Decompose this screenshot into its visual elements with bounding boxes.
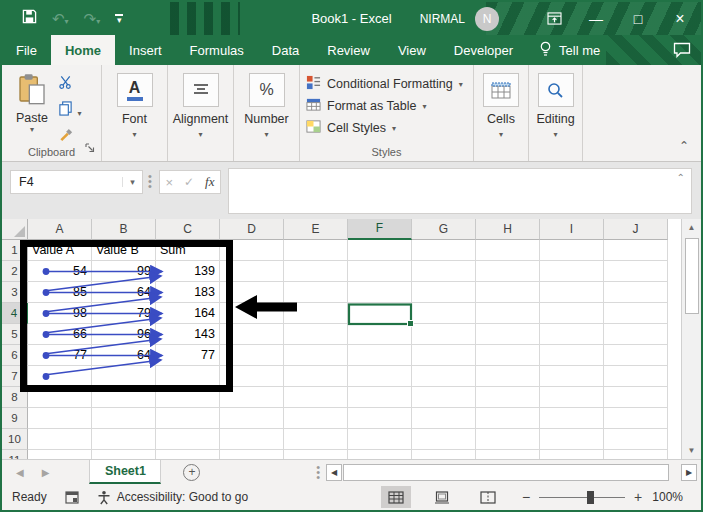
horizontal-scrollbar[interactable]: ◀ ▶ (326, 460, 701, 484)
ribbon-display-options-icon[interactable] (533, 2, 575, 35)
row-header-10[interactable]: 10 (2, 429, 28, 450)
cell-B4[interactable]: 79 (92, 303, 156, 324)
zoom-in-icon[interactable]: + (631, 489, 645, 505)
scroll-up-icon[interactable]: ▲ (682, 219, 701, 236)
column-header-G[interactable]: G (412, 219, 476, 240)
customize-quick-access-icon[interactable]: ▾ (115, 14, 123, 23)
cell[interactable] (220, 282, 284, 303)
cell-A4[interactable]: 98 (28, 303, 92, 324)
cell[interactable] (412, 387, 476, 408)
cell[interactable] (412, 282, 476, 303)
format-painter-icon[interactable] (58, 127, 81, 146)
cell[interactable] (540, 450, 604, 459)
cell-B5[interactable]: 96 (92, 324, 156, 345)
tabbar-resize-handle[interactable]: ••• (316, 465, 320, 480)
cell[interactable] (220, 366, 284, 387)
cell[interactable] (540, 366, 604, 387)
cell[interactable] (476, 366, 540, 387)
row-header-2[interactable]: 2 (2, 261, 28, 282)
cell[interactable] (348, 345, 412, 366)
horizontal-scroll-thumb[interactable] (343, 464, 669, 481)
undo-icon[interactable]: ↶▾ (52, 10, 69, 28)
cells-group[interactable]: Cells ▾ (474, 65, 529, 161)
row-header-11[interactable]: 11 (2, 450, 28, 459)
cell[interactable] (540, 282, 604, 303)
cell[interactable] (348, 261, 412, 282)
cell[interactable] (412, 345, 476, 366)
cell[interactable] (604, 366, 668, 387)
cell[interactable] (220, 303, 284, 324)
cell[interactable] (604, 261, 668, 282)
insert-function-icon[interactable]: fx (205, 174, 214, 190)
tab-view[interactable]: View (384, 35, 440, 65)
cell-B1[interactable]: Value B (92, 240, 156, 261)
cell-F4-selected[interactable] (348, 303, 412, 324)
cell-A6[interactable]: 77 (28, 345, 92, 366)
cell[interactable] (220, 408, 284, 429)
cell[interactable] (348, 366, 412, 387)
conditional-formatting-button[interactable]: Conditional Formatting ▾ (306, 73, 473, 95)
cell[interactable] (284, 261, 348, 282)
collapse-ribbon-icon[interactable]: ⌃ (679, 139, 689, 153)
cell[interactable] (604, 324, 668, 345)
cell-A5[interactable]: 66 (28, 324, 92, 345)
cell[interactable] (348, 282, 412, 303)
tab-file[interactable]: File (2, 35, 51, 65)
column-header-J[interactable]: J (604, 219, 668, 240)
cancel-icon[interactable]: × (165, 175, 173, 190)
font-dropdown-icon[interactable]: ▾ (132, 130, 136, 139)
cell[interactable] (284, 282, 348, 303)
cell[interactable] (540, 408, 604, 429)
column-header-B[interactable]: B (92, 219, 156, 240)
normal-view-icon[interactable] (381, 486, 411, 508)
cell[interactable] (28, 450, 92, 459)
row-header-4[interactable]: 4 (2, 303, 28, 324)
sheet-tab-sheet1[interactable]: Sheet1 (89, 460, 161, 484)
macro-record-icon[interactable] (65, 491, 79, 504)
column-header-H[interactable]: H (476, 219, 540, 240)
alignment-dropdown-icon[interactable]: ▾ (198, 130, 202, 139)
cell[interactable] (348, 240, 412, 261)
minimize-button[interactable]: — (575, 2, 617, 35)
cell[interactable] (284, 303, 348, 324)
cell[interactable] (412, 429, 476, 450)
cell[interactable] (284, 408, 348, 429)
cell[interactable] (284, 387, 348, 408)
close-button[interactable]: × (659, 2, 701, 35)
cell[interactable] (476, 303, 540, 324)
tab-review[interactable]: Review (313, 35, 384, 65)
cell[interactable] (412, 408, 476, 429)
cell-C1[interactable]: Sum (156, 240, 220, 261)
cell-C5[interactable]: 143 (156, 324, 220, 345)
cell[interactable] (476, 261, 540, 282)
cell[interactable] (476, 282, 540, 303)
user-name[interactable]: NIRMAL (420, 12, 465, 26)
row-header-8[interactable]: 8 (2, 387, 28, 408)
accessibility-icon[interactable] (97, 490, 111, 505)
cell[interactable] (604, 282, 668, 303)
cell[interactable] (476, 240, 540, 261)
status-mode[interactable]: Ready (12, 490, 47, 504)
cell[interactable] (604, 408, 668, 429)
number-dropdown-icon[interactable]: ▾ (264, 130, 268, 139)
cell[interactable] (412, 240, 476, 261)
cell-C3[interactable]: 183 (156, 282, 220, 303)
alignment-group[interactable]: Alignment ▾ (168, 65, 234, 161)
maximize-button[interactable]: □ (617, 2, 659, 35)
cell[interactable] (540, 387, 604, 408)
cell[interactable] (604, 450, 668, 459)
select-all-corner[interactable] (2, 219, 28, 240)
row-header-3[interactable]: 3 (2, 282, 28, 303)
page-break-view-icon[interactable] (473, 486, 503, 508)
cell[interactable] (412, 366, 476, 387)
column-header-F[interactable]: F (348, 219, 412, 240)
cell[interactable] (284, 345, 348, 366)
clipboard-dialog-launcher-icon[interactable] (85, 139, 95, 157)
row-header-6[interactable]: 6 (2, 345, 28, 366)
editing-dropdown-icon[interactable]: ▾ (553, 130, 557, 139)
cell[interactable] (476, 429, 540, 450)
cell[interactable] (92, 387, 156, 408)
column-header-D[interactable]: D (220, 219, 284, 240)
cell-A1[interactable]: Value A (28, 240, 92, 261)
cut-icon[interactable] (58, 75, 81, 94)
